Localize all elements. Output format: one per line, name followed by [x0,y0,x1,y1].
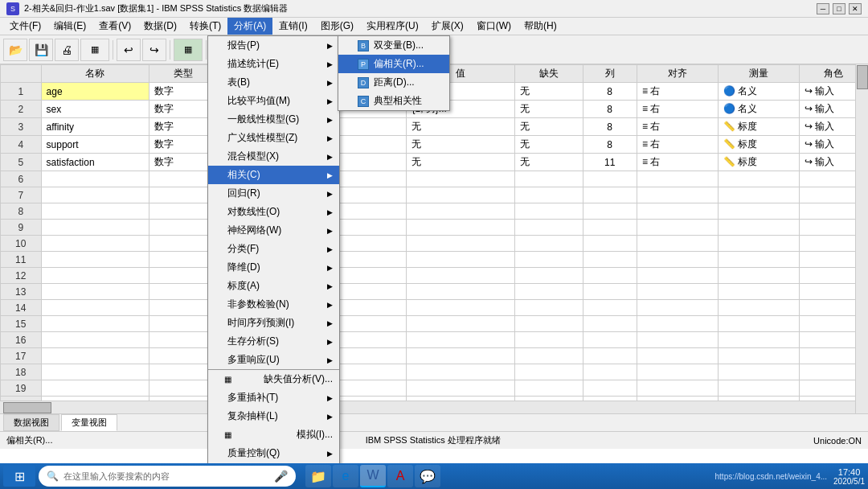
cell-cols[interactable] [583,348,637,364]
menu-timeseries[interactable]: 时间序列预测(I) ▶ [208,314,339,332]
menu-extensions[interactable]: 扩展(X) [425,18,470,35]
close-button[interactable]: ✕ [849,3,862,14]
menu-graph[interactable]: 图形(G) [314,18,360,35]
cell-value[interactable]: 无 [407,118,515,136]
cell-align[interactable] [637,316,718,332]
cell-align[interactable] [637,380,718,397]
cell-missing[interactable] [515,187,583,203]
cell-rownum[interactable]: 17 [1,348,42,364]
menu-direct[interactable]: 直销(I) [272,18,313,35]
cell-rownum[interactable]: 7 [1,187,42,203]
taskbar-search-box[interactable]: 🔍 在这里输入你要搜索的内容 🎤 [39,466,296,487]
cell-missing[interactable]: 无 [515,136,583,154]
cell-measure[interactable] [719,268,800,284]
cell-measure[interactable] [719,171,800,187]
menu-generalized[interactable]: 广义线性模型(Z) ▶ [208,129,339,147]
cell-value[interactable] [407,332,515,348]
cell-cols[interactable]: 8 [583,136,637,154]
menu-loglinear[interactable]: 对数线性(O) ▶ [208,203,339,221]
cell-rownum[interactable]: 12 [1,268,42,284]
cell-name[interactable] [41,187,149,203]
menu-general-linear[interactable]: 一般线性模型(G) ▶ [208,110,339,129]
cell-cols[interactable] [583,300,637,316]
cell-missing[interactable] [515,220,583,236]
maximize-button[interactable]: □ [833,3,845,14]
cell-name[interactable] [41,380,149,397]
cell-cols[interactable]: 11 [583,154,637,171]
cell-rownum[interactable]: 8 [1,203,42,220]
cell-missing[interactable] [515,332,583,348]
cell-cols[interactable]: 8 [583,83,637,101]
cell-name[interactable] [41,332,149,348]
cell-name[interactable]: sex [41,101,149,118]
cell-align[interactable] [637,187,718,203]
taskbar-wechat[interactable]: 💬 [415,465,440,487]
menu-view[interactable]: 查看(V) [92,18,137,35]
cell-name[interactable]: support [41,136,149,154]
cell-value[interactable] [407,171,515,187]
cell-value[interactable] [407,316,515,332]
cell-cols[interactable] [583,171,637,187]
cell-cols[interactable] [583,380,637,397]
cell-name[interactable] [41,171,149,187]
cell-missing[interactable] [515,252,583,268]
cell-align[interactable] [637,300,718,316]
col-header-cols[interactable]: 列 [583,65,637,83]
cell-value[interactable] [407,348,515,364]
cell-align[interactable]: ≡ 右 [637,83,718,101]
submenu-bivariate[interactable]: B 双变量(B)... [338,36,449,55]
cell-rownum[interactable]: 16 [1,332,42,348]
cell-rownum[interactable]: 6 [1,171,42,187]
submenu-canonical[interactable]: C 典型相关性 [338,92,449,110]
scrollbar-horizontal[interactable] [0,401,855,413]
menu-edit[interactable]: 编辑(E) [47,18,92,35]
cell-align[interactable]: ≡ 右 [637,101,718,118]
cell-missing[interactable] [515,236,583,252]
cell-missing[interactable] [515,380,583,397]
cell-align[interactable] [637,171,718,187]
cell-align[interactable]: ≡ 右 [637,118,718,136]
cell-rownum[interactable]: 18 [1,364,42,380]
cell-align[interactable] [637,364,718,380]
cell-rownum[interactable]: 3 [1,118,42,136]
cell-name[interactable] [41,252,149,268]
toolbar-dialog[interactable]: ▦ [80,39,109,61]
cell-measure[interactable] [719,284,800,300]
cell-cols[interactable]: 8 [583,101,637,118]
cell-missing[interactable] [515,316,583,332]
menu-data[interactable]: 数据(D) [137,18,183,35]
cell-value[interactable] [407,268,515,284]
cell-cols[interactable] [583,203,637,220]
cell-rownum[interactable]: 11 [1,252,42,268]
col-header-missing[interactable]: 缺失 [515,65,583,83]
cell-cols[interactable] [583,364,637,380]
toolbar-print[interactable]: 🖨 [55,39,79,61]
cell-name[interactable] [41,348,149,364]
cell-align[interactable] [637,236,718,252]
cell-missing[interactable] [515,203,583,220]
cell-rownum[interactable]: 15 [1,316,42,332]
cell-name[interactable] [41,268,149,284]
cell-cols[interactable] [583,220,637,236]
cell-rownum[interactable]: 5 [1,154,42,171]
cell-value[interactable]: 无 [407,136,515,154]
menu-complex[interactable]: 复杂抽样(L) ▶ [208,407,339,425]
menu-classify[interactable]: 分类(F) ▶ [208,240,339,258]
menu-multiple-impute[interactable]: 多重插补(T) ▶ [208,388,339,407]
cell-measure[interactable] [719,380,800,397]
cell-value[interactable] [407,364,515,380]
submenu-partial[interactable]: P 偏相关(R)... [338,55,449,73]
cell-cols[interactable] [583,332,637,348]
cell-value[interactable] [407,187,515,203]
cell-value[interactable] [407,220,515,236]
cell-measure[interactable] [719,300,800,316]
cell-name[interactable] [41,203,149,220]
submenu-distance[interactable]: D 距离(D)... [338,73,449,92]
toolbar-open[interactable]: 📂 [3,39,27,61]
cell-align[interactable]: ≡ 右 [637,136,718,154]
toolbar-redo[interactable]: ↪ [142,39,166,61]
cell-measure[interactable]: 📏 标度 [719,136,800,154]
cell-cols[interactable] [583,236,637,252]
cell-value[interactable] [407,380,515,397]
cell-measure[interactable]: 📏 标度 [719,154,800,171]
